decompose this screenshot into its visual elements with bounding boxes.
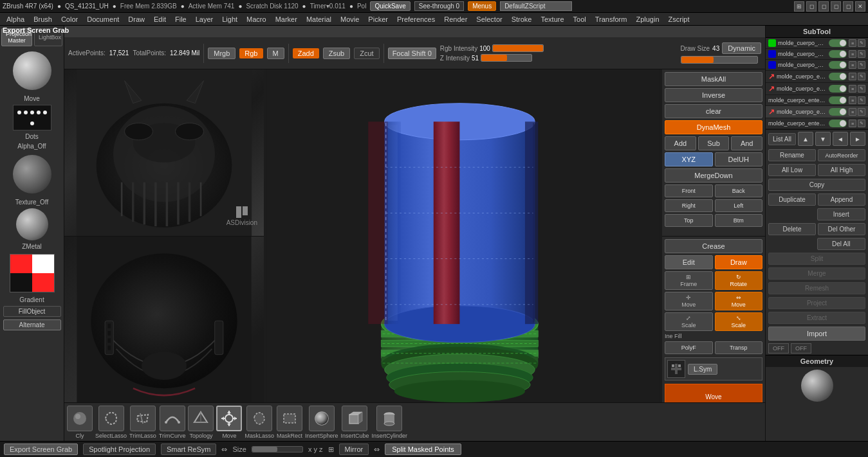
focal-shift-button[interactable]: Focal Shift 0	[388, 48, 436, 59]
fill-object-button[interactable]: FillObject	[3, 306, 61, 317]
icon-5[interactable]: ◻	[843, 1, 853, 12]
brush-clay[interactable]: Cly	[67, 406, 93, 439]
all-low-button[interactable]: All Low	[768, 164, 816, 176]
right-button[interactable]: Right	[665, 199, 713, 212]
arrow-up[interactable]: ▲	[798, 132, 813, 146]
brush-insertcube[interactable]: InsertCube	[340, 406, 369, 439]
brush-trimlasso[interactable]: TrimLasso	[129, 406, 156, 439]
menu-transform[interactable]: Transform	[591, 14, 631, 24]
menu-marker[interactable]: Marker	[272, 14, 301, 24]
brush-insertsphere[interactable]: InsertSphere	[305, 406, 338, 439]
si-0-1[interactable]: ≡	[849, 39, 856, 47]
move-button[interactable]: ✛ Move	[665, 292, 713, 310]
icon-1[interactable]: ⊞	[794, 1, 804, 12]
del-other-button[interactable]: Del Other	[818, 223, 865, 235]
menu-edit[interactable]: Edit	[150, 14, 170, 24]
icon-3[interactable]: ◻	[818, 1, 829, 12]
menu-movie[interactable]: Movie	[337, 14, 363, 24]
menu-light[interactable]: Light	[218, 14, 241, 24]
menu-alpha[interactable]: Alpha	[3, 14, 28, 24]
subtool-item-6[interactable]: ↗ molde_cuerpo_entero17_05 ≡ ✎	[766, 106, 868, 118]
brush-maskrect[interactable]: MaskRect	[277, 406, 302, 439]
brush-trimcurve[interactable]: TrimCurve	[159, 406, 186, 439]
subtool-item-5[interactable]: molde_cuerpo_entero17 ≡ ✎	[766, 95, 868, 106]
maskall-button[interactable]: MaskAll	[665, 72, 762, 86]
menu-selector[interactable]: Selector	[472, 14, 506, 24]
move2-button[interactable]: ⇔ Move	[715, 292, 763, 310]
menu-zscript[interactable]: Zscript	[665, 14, 694, 24]
extract-button[interactable]: Extract	[768, 312, 865, 324]
menu-render[interactable]: Render	[440, 14, 471, 24]
si-6-1[interactable]: ≡	[849, 108, 856, 116]
si-2-2[interactable]: ✎	[858, 61, 865, 69]
subtool-toggle-4[interactable]	[829, 85, 847, 93]
rename-button[interactable]: Rename	[768, 149, 816, 161]
front-button[interactable]: Front	[665, 184, 713, 197]
polyfill-button[interactable]: PolyF	[665, 341, 713, 354]
icon-2[interactable]: ◻	[806, 1, 817, 12]
color-swatch[interactable]	[10, 254, 55, 292]
copy-button[interactable]: Copy	[768, 179, 865, 191]
rgb-button[interactable]: Rgb	[239, 48, 263, 58]
quicksave-button[interactable]: QuickSave	[370, 1, 410, 11]
draw-button[interactable]: Draw	[715, 255, 763, 269]
menu-color[interactable]: Color	[57, 14, 82, 24]
transp-button[interactable]: Transp	[715, 341, 763, 354]
off-btn-1[interactable]: OFF	[768, 343, 789, 354]
rotate-button[interactable]: ↻ Rotate	[715, 271, 763, 290]
subtool-toggle-0[interactable]	[829, 39, 847, 47]
deluh-button[interactable]: DelUH	[715, 152, 763, 166]
si-1-2[interactable]: ✎	[858, 50, 865, 58]
subtool-toggle-1[interactable]	[829, 50, 847, 58]
duplicate-button[interactable]: Duplicate	[768, 193, 816, 206]
si-7-2[interactable]: ✎	[858, 120, 865, 127]
zsub-button[interactable]: Zsub	[323, 48, 350, 59]
sub-button[interactable]: Sub	[698, 136, 730, 150]
subtool-item-1[interactable]: molde_cuerpo_entero18_04 ≡ ✎	[766, 49, 868, 60]
si-4-1[interactable]: ≡	[849, 85, 856, 93]
merge-button[interactable]: Merge	[768, 267, 865, 280]
si-5-2[interactable]: ✎	[858, 96, 865, 104]
menu-zplugin[interactable]: Zplugin	[632, 14, 663, 24]
menu-file[interactable]: File	[171, 14, 190, 24]
size-slider[interactable]	[252, 446, 303, 453]
zcut-button[interactable]: Zcut	[354, 48, 379, 59]
menu-brush[interactable]: Brush	[30, 14, 56, 24]
si-2-1[interactable]: ≡	[849, 61, 856, 69]
left-button[interactable]: Left	[715, 199, 763, 212]
subtool-item-3[interactable]: ↗ molde_cuerpo_entero17_03 ≡ ✎	[766, 71, 868, 83]
menu-macro[interactable]: Macro	[243, 14, 270, 24]
split-masked-points-button[interactable]: Split Masked Points	[385, 444, 461, 455]
auto-reorder-button[interactable]: AutoReorder	[818, 149, 865, 161]
mirror-button[interactable]: Mirror	[339, 444, 369, 455]
import-button[interactable]: Import	[768, 327, 865, 341]
brush-masklasso[interactable]: MaskLasso	[245, 406, 274, 439]
edit-button[interactable]: Edit	[665, 255, 713, 269]
menu-preferences[interactable]: Preferences	[393, 14, 439, 24]
remesh-button[interactable]: Remesh	[768, 282, 865, 294]
menu-layer[interactable]: Layer	[192, 14, 217, 24]
smart-resym-button[interactable]: Smart ReSym	[161, 444, 216, 455]
lsym-button[interactable]: L.Sym	[688, 364, 717, 375]
subtool-toggle-6[interactable]	[829, 108, 847, 116]
si-1-1[interactable]: ≡	[849, 50, 856, 58]
si-5-1[interactable]: ≡	[849, 96, 856, 104]
insert-button[interactable]: Insert	[817, 208, 866, 220]
draw-size-track[interactable]	[681, 56, 758, 64]
all-high-button[interactable]: All High	[818, 164, 865, 176]
arrow-down[interactable]: ▼	[815, 132, 831, 146]
brush-insertcylinder[interactable]: InsertCylinder	[372, 406, 408, 439]
subtool-item-0[interactable]: molde_cuerpo_entero18_05 ≡ ✎	[766, 38, 868, 49]
icon-4[interactable]: ◻	[831, 1, 841, 12]
subtool-item-2[interactable]: molde_cuerpo_entero18 ≡ ✎	[766, 60, 868, 71]
append-button[interactable]: Append	[818, 193, 865, 206]
dynamic-button[interactable]: Dynamic	[722, 42, 761, 54]
menu-texture[interactable]: Texture	[537, 14, 568, 24]
seethrough-button[interactable]: See-through 0	[414, 1, 464, 11]
arrow-right[interactable]: ►	[850, 132, 865, 146]
scale2-button[interactable]: ⤡ Scale	[715, 312, 763, 331]
and-button[interactable]: And	[731, 136, 762, 150]
si-0-2[interactable]: ✎	[858, 39, 865, 47]
btm-button[interactable]: Btm	[715, 214, 763, 227]
rgb-intensity-track[interactable]	[492, 44, 544, 52]
